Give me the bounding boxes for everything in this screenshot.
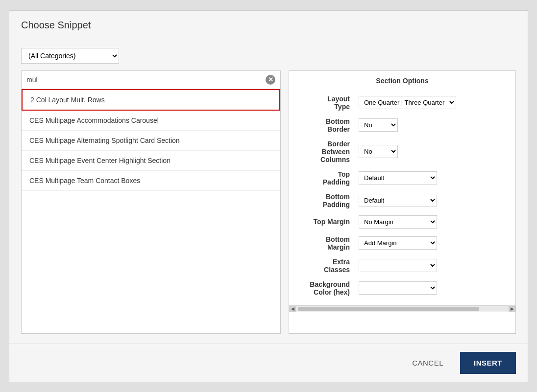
cancel-button[interactable]: CANCEL [401, 352, 454, 374]
extra-classes-row: ExtraClasses [297, 254, 508, 277]
list-item[interactable]: 2 Col Layout Mult. Rows [22, 89, 280, 111]
search-input[interactable] [26, 76, 266, 84]
list-items: 2 Col Layout Mult. Rows CES Multipage Ac… [22, 89, 280, 333]
list-item[interactable]: CES Multipage Team Contact Boxes [22, 171, 280, 191]
layout-type-row: LayoutType One Quarter | Three Quarter H… [297, 92, 508, 114]
options-table: LayoutType One Quarter | Three Quarter H… [297, 92, 508, 300]
top-padding-label: TopPadding [297, 167, 356, 189]
top-padding-select[interactable]: Default None Small Large [359, 171, 437, 184]
extra-classes-label: ExtraClasses [297, 254, 356, 277]
dialog-footer: CANCEL INSERT [9, 344, 528, 382]
content-area: ✕ 2 Col Layout Mult. Rows CES Multipage … [21, 70, 516, 334]
bottom-padding-select[interactable]: Default None Small Large [359, 194, 437, 207]
choose-snippet-dialog: Choose Snippet (All Categories) Layout C… [9, 10, 528, 382]
extra-classes-select[interactable] [359, 259, 437, 272]
list-item[interactable]: CES Multipage Accommodations Carousel [22, 111, 280, 131]
category-select[interactable]: (All Categories) Layout Content Media [21, 48, 119, 64]
horizontal-scrollbar[interactable]: ◀ ▶ [289, 305, 515, 312]
top-margin-label: Top Margin [297, 212, 356, 232]
insert-button[interactable]: INSERT [460, 352, 516, 374]
bottom-padding-label: BottomPadding [297, 189, 356, 212]
border-between-label: BorderBetweenColumns [297, 137, 356, 167]
bottom-margin-label: BottomMargin [297, 232, 356, 254]
list-item[interactable]: CES Multipage Alternating Spotlight Card… [22, 131, 280, 151]
dialog-header: Choose Snippet [9, 11, 528, 38]
scroll-thumb[interactable] [298, 307, 479, 311]
layout-type-label: LayoutType [297, 92, 356, 114]
top-margin-row: Top Margin No Margin Add Margin [297, 212, 508, 232]
background-color-row: BackgroundColor (hex) [297, 277, 508, 300]
dialog-body: (All Categories) Layout Content Media ✕ … [9, 38, 528, 344]
top-margin-select[interactable]: No Margin Add Margin [359, 215, 437, 229]
list-item[interactable]: CES Multipage Event Center Highlight Sec… [22, 151, 280, 171]
search-wrap: ✕ [22, 71, 280, 89]
layout-type-select[interactable]: One Quarter | Three Quarter Half | Half … [359, 96, 456, 109]
bottom-padding-row: BottomPadding Default None Small Large [297, 189, 508, 212]
options-panel: Section Options LayoutType One Quarter |… [289, 70, 516, 334]
dialog-title: Choose Snippet [21, 20, 516, 31]
top-padding-row: TopPadding Default None Small Large [297, 167, 508, 189]
scroll-left-arrow[interactable]: ◀ [289, 305, 296, 312]
scroll-track [296, 306, 509, 311]
bottom-border-label: BottomBorder [297, 114, 356, 137]
list-panel: ✕ 2 Col Layout Mult. Rows CES Multipage … [21, 70, 281, 334]
options-inner: Section Options LayoutType One Quarter |… [289, 71, 515, 305]
scroll-right-arrow[interactable]: ▶ [509, 305, 515, 312]
border-between-select[interactable]: No Yes [359, 145, 398, 158]
border-between-row: BorderBetweenColumns No Yes [297, 137, 508, 167]
bottom-margin-row: BottomMargin Add Margin No Margin [297, 232, 508, 254]
bottom-border-row: BottomBorder No Yes [297, 114, 508, 137]
bottom-border-select[interactable]: No Yes [359, 118, 398, 132]
background-color-select[interactable] [359, 281, 437, 295]
section-options-title: Section Options [297, 77, 508, 85]
clear-search-button[interactable]: ✕ [266, 75, 275, 85]
background-color-label: BackgroundColor (hex) [297, 277, 356, 300]
bottom-margin-select[interactable]: Add Margin No Margin [359, 236, 437, 250]
category-select-wrap: (All Categories) Layout Content Media [21, 48, 119, 64]
